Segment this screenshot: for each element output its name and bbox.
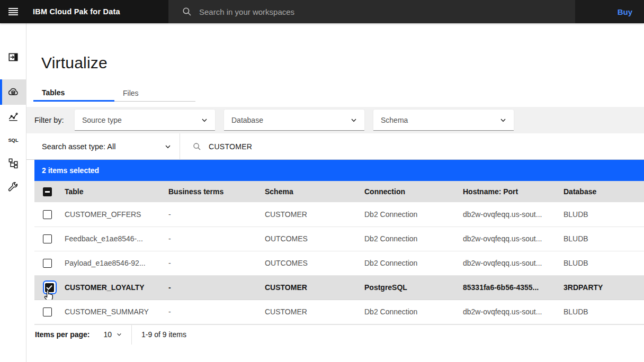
table-name-cell: Feedback_e1ae8546-... bbox=[65, 227, 168, 251]
items-per-page-select[interactable]: 10 bbox=[97, 325, 131, 345]
hamburger-menu-icon[interactable] bbox=[0, 0, 26, 23]
schema-cell: CUSTOMER bbox=[265, 300, 364, 324]
column-header-schema[interactable]: Schema bbox=[265, 181, 364, 202]
table-body: CUSTOMER_OFFERS-CUSTOMERDb2 Connectiondb… bbox=[34, 202, 644, 324]
schema-cell: OUTCOMES bbox=[265, 251, 364, 275]
schema-dropdown[interactable]: Schema bbox=[373, 110, 514, 131]
sidebar-item-analytics[interactable] bbox=[0, 105, 26, 128]
table-row[interactable]: CUSTOMER_SUMMARY-CUSTOMERDb2 Connectiond… bbox=[34, 300, 644, 324]
schema-cell: CUSTOMER bbox=[265, 202, 364, 227]
table-name-cell: CUSTOMER_SUMMARY bbox=[65, 300, 168, 324]
column-header-database[interactable]: Database bbox=[564, 181, 644, 202]
database-dropdown[interactable]: Database bbox=[224, 110, 364, 131]
business-terms-cell: - bbox=[168, 202, 265, 227]
tab-files[interactable]: Files bbox=[114, 85, 195, 102]
data-flow-icon bbox=[7, 157, 19, 169]
row-checkbox[interactable] bbox=[43, 234, 52, 243]
hostname-port-cell: db2w-ovqfeqq.us-sout... bbox=[463, 227, 564, 251]
asset-search-bar: Search asset type: All CUSTOMER bbox=[26, 133, 644, 160]
database-cell: BLUDB bbox=[564, 227, 644, 251]
row-checkbox[interactable] bbox=[43, 259, 52, 268]
database-cell: BLUDB bbox=[564, 251, 644, 275]
column-header-hostname-port[interactable]: Hostname: Port bbox=[463, 181, 564, 202]
table-name-cell: CUSTOMER_OFFERS bbox=[65, 202, 168, 227]
asset-search-input[interactable]: CUSTOMER bbox=[180, 133, 644, 159]
row-checkbox[interactable] bbox=[43, 307, 52, 316]
items-per-page-label: Items per page: bbox=[35, 330, 90, 339]
column-header-business-terms[interactable]: Business terms bbox=[168, 181, 265, 202]
connection-cell: Db2 Connection bbox=[364, 227, 463, 251]
tab-tables[interactable]: Tables bbox=[33, 85, 114, 102]
row-checkbox-cell bbox=[34, 227, 65, 251]
filter-by-label: Filter by: bbox=[34, 116, 67, 124]
selection-count-text: 2 items selected bbox=[42, 166, 99, 175]
buy-link[interactable]: Buy bbox=[618, 7, 632, 16]
chevron-down-icon bbox=[201, 117, 208, 123]
business-terms-cell: - bbox=[168, 251, 265, 275]
pagination-bar: Items per page: 10 1-9 of 9 items bbox=[34, 324, 644, 345]
asset-type-dropdown[interactable]: Search asset type: All bbox=[34, 133, 180, 159]
business-terms-cell: - bbox=[168, 300, 265, 324]
global-search-input[interactable]: Search in your workspaces bbox=[168, 0, 575, 23]
left-nav-sidebar: SQL bbox=[0, 23, 26, 362]
schema-cell: CUSTOMER bbox=[265, 275, 364, 300]
open-side-panel-icon bbox=[7, 51, 19, 63]
schema-cell: OUTCOMES bbox=[265, 227, 364, 251]
header-right-section: Buy bbox=[575, 0, 644, 23]
app-title: IBM Cloud Pak for Data bbox=[26, 0, 168, 23]
row-checkbox-cell bbox=[34, 251, 65, 275]
business-terms-cell: - bbox=[168, 275, 265, 300]
sidebar-item-data-flow[interactable] bbox=[0, 151, 26, 175]
hostname-port-cell: db2w-ovqfeqq.us-sout... bbox=[463, 202, 564, 227]
chevron-down-icon bbox=[351, 117, 357, 123]
hostname-port-cell: db2w-ovqfeqq.us-sout... bbox=[463, 251, 564, 275]
business-terms-cell: - bbox=[168, 227, 265, 251]
row-checkbox[interactable] bbox=[43, 210, 52, 219]
hostname-port-cell: 85331fa6-6b56-4355... bbox=[463, 275, 564, 300]
chevron-down-icon bbox=[117, 332, 122, 337]
database-cell: BLUDB bbox=[564, 300, 644, 324]
row-checkbox[interactable] bbox=[45, 283, 54, 292]
table-row[interactable]: Feedback_e1ae8546-...-OUTCOMESDb2 Connec… bbox=[34, 227, 644, 251]
wrench-settings-icon bbox=[7, 180, 19, 192]
chevron-down-icon bbox=[500, 117, 506, 123]
hostname-port-cell: db2w-ovqfeqq.us-sout... bbox=[463, 300, 564, 324]
column-header-table[interactable]: Table bbox=[65, 181, 168, 202]
batch-selection-banner: 2 items selected bbox=[34, 160, 644, 181]
svg-text:SQL: SQL bbox=[8, 138, 19, 143]
row-checkbox-cell bbox=[34, 275, 65, 300]
database-cell: 3RDPARTY bbox=[564, 275, 644, 300]
assets-table: Table Business terms Schema Connection H… bbox=[34, 181, 644, 324]
sidebar-item-virtualization[interactable] bbox=[0, 79, 26, 105]
connection-cell: PostgreSQL bbox=[364, 275, 463, 300]
table-row[interactable]: CUSTOMER_OFFERS-CUSTOMERDb2 Connectiondb… bbox=[34, 202, 644, 227]
connection-cell: Db2 Connection bbox=[364, 251, 463, 275]
database-cell: BLUDB bbox=[564, 202, 644, 227]
table-row[interactable]: CUSTOMER_LOYALTY-CUSTOMERPostgreSQL85331… bbox=[34, 275, 644, 300]
data-virtualization-cloud-db-icon bbox=[7, 86, 19, 98]
search-icon bbox=[193, 142, 201, 151]
row-checkbox-cell bbox=[34, 202, 65, 227]
select-all-checkbox[interactable] bbox=[43, 187, 52, 196]
table-header-row: Table Business terms Schema Connection H… bbox=[34, 181, 644, 202]
tab-bar: Tables Files bbox=[33, 85, 644, 102]
search-icon bbox=[182, 7, 192, 16]
row-checkbox-cell bbox=[34, 300, 65, 324]
sidebar-item-tools[interactable] bbox=[0, 175, 26, 198]
sidebar-item-sql-editor[interactable]: SQL bbox=[0, 128, 26, 151]
source-type-dropdown[interactable]: Source type bbox=[75, 110, 215, 131]
connection-cell: Db2 Connection bbox=[364, 300, 463, 324]
pagination-range-text: 1-9 of 9 items bbox=[132, 330, 186, 339]
page-title: Virtualize bbox=[41, 54, 644, 72]
global-search-placeholder: Search in your workspaces bbox=[199, 7, 294, 16]
table-name-cell: Payload_e1ae8546-92... bbox=[65, 251, 168, 275]
asset-search-value: CUSTOMER bbox=[209, 142, 252, 151]
table-row[interactable]: Payload_e1ae8546-92...-OUTCOMESDb2 Conne… bbox=[34, 251, 644, 275]
column-header-connection[interactable]: Connection bbox=[364, 181, 463, 202]
connection-cell: Db2 Connection bbox=[364, 202, 463, 227]
sidebar-item-open-panel[interactable] bbox=[0, 46, 26, 69]
app-header: IBM Cloud Pak for Data Search in your wo… bbox=[0, 0, 644, 23]
table-name-cell: CUSTOMER_LOYALTY bbox=[65, 275, 168, 300]
analytics-chart-icon bbox=[7, 111, 19, 122]
sql-editor-icon: SQL bbox=[7, 134, 19, 146]
